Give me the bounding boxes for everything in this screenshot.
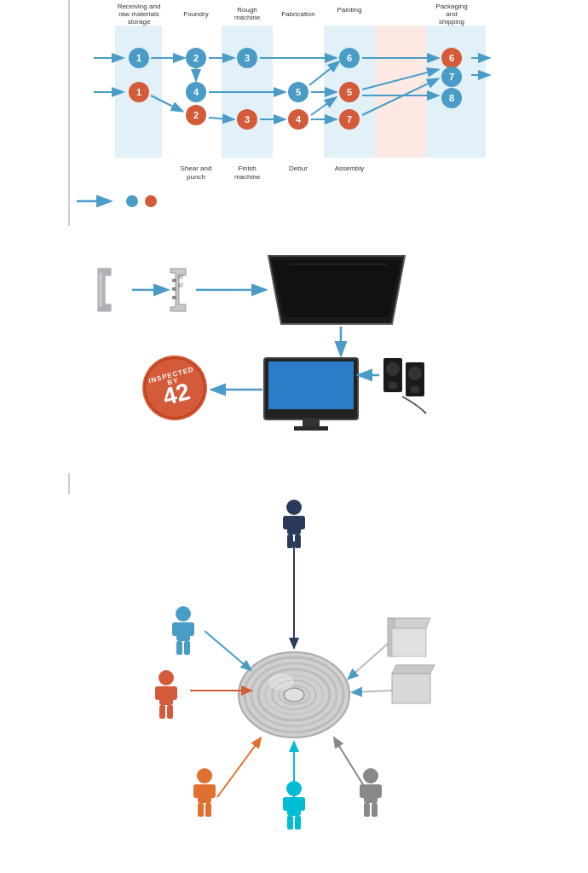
- svg-rect-100: [408, 367, 422, 380]
- svg-text:1: 1: [136, 53, 141, 63]
- svg-text:5: 5: [347, 87, 352, 97]
- svg-rect-144: [193, 784, 200, 798]
- svg-marker-162: [392, 628, 426, 656]
- svg-rect-127: [298, 516, 305, 529]
- svg-rect-147: [205, 803, 211, 817]
- svg-marker-164: [392, 665, 435, 674]
- svg-point-154: [363, 768, 378, 783]
- svg-rect-138: [155, 686, 162, 700]
- svg-rect-92: [303, 419, 320, 426]
- assembly-section: /// ///: [0, 226, 588, 473]
- svg-text:8: 8: [449, 93, 454, 103]
- svg-rect-158: [364, 803, 370, 817]
- svg-text:3: 3: [245, 53, 250, 63]
- svg-line-119: [354, 691, 392, 692]
- assembly-svg: /// ///: [0, 226, 588, 473]
- flow-diagram: Receiving and raw materials storage Foun…: [72, 0, 584, 188]
- svg-text:and: and: [446, 10, 457, 18]
- svg-text:Rough: Rough: [237, 6, 257, 14]
- svg-point-148: [286, 781, 302, 796]
- svg-text:Fabrication: Fabrication: [281, 10, 315, 18]
- svg-rect-129: [295, 535, 301, 548]
- svg-text:4: 4: [296, 114, 302, 124]
- svg-line-118: [349, 644, 388, 678]
- svg-rect-5: [375, 26, 426, 158]
- svg-marker-87: [273, 260, 401, 317]
- svg-text:Packaging: Packaging: [435, 3, 467, 10]
- svg-rect-153: [295, 816, 301, 830]
- svg-rect-97: [386, 362, 400, 376]
- person-dark-top: [283, 500, 305, 548]
- svg-text:4: 4: [193, 87, 199, 97]
- legend: [77, 194, 157, 208]
- svg-text:punch: punch: [187, 173, 205, 181]
- person-orange-bottomleft: [193, 768, 216, 817]
- svg-text:///: ///: [178, 282, 183, 288]
- people-svg: [0, 494, 588, 873]
- flow-diagram-svg: Receiving and raw materials storage Foun…: [72, 0, 584, 188]
- svg-rect-156: [360, 784, 366, 798]
- svg-text:machine: machine: [234, 173, 261, 181]
- svg-rect-81: [172, 287, 176, 291]
- svg-rect-101: [411, 386, 419, 393]
- svg-rect-140: [159, 705, 165, 719]
- svg-text:Debur: Debur: [289, 165, 308, 172]
- svg-text:Shear and: Shear and: [181, 165, 212, 172]
- svg-text:///: ///: [178, 274, 183, 280]
- svg-text:1: 1: [136, 87, 141, 97]
- svg-text:Painting: Painting: [337, 6, 362, 14]
- svg-rect-98: [389, 382, 397, 389]
- svg-text:storage: storage: [128, 18, 151, 26]
- svg-point-142: [197, 768, 212, 783]
- svg-rect-159: [372, 803, 378, 817]
- svg-rect-134: [176, 641, 182, 655]
- svg-rect-157: [375, 784, 382, 798]
- svg-rect-126: [283, 516, 290, 529]
- svg-point-114: [284, 688, 304, 702]
- svg-text:6: 6: [449, 53, 454, 63]
- svg-rect-135: [184, 641, 190, 655]
- svg-rect-151: [298, 797, 305, 811]
- svg-point-136: [159, 670, 174, 685]
- svg-text:7: 7: [347, 114, 352, 124]
- svg-rect-91: [268, 361, 354, 409]
- svg-point-130: [176, 606, 191, 622]
- people-diagram-section: [0, 494, 588, 873]
- svg-line-117: [205, 631, 250, 669]
- svg-rect-146: [198, 803, 204, 817]
- svg-text:3: 3: [245, 114, 250, 124]
- svg-rect-93: [294, 426, 328, 431]
- svg-rect-133: [187, 622, 194, 636]
- svg-rect-141: [167, 705, 173, 719]
- legend-arrow-svg: [77, 194, 119, 208]
- svg-text:2: 2: [193, 110, 199, 120]
- svg-text:2: 2: [193, 53, 199, 63]
- svg-rect-82: [172, 296, 176, 299]
- svg-rect-152: [287, 816, 293, 830]
- svg-text:shipping: shipping: [439, 18, 464, 26]
- svg-text:Receiving and: Receiving and: [118, 3, 161, 10]
- person-red-left: [155, 670, 177, 719]
- flow-diagram-section: Receiving and raw materials storage Foun…: [0, 0, 588, 196]
- svg-text:6: 6: [347, 53, 352, 63]
- svg-text:machine: machine: [234, 14, 261, 21]
- person-cyan-bottom: [283, 781, 305, 830]
- svg-text:5: 5: [296, 87, 301, 97]
- svg-rect-150: [283, 797, 290, 811]
- legend-blue-dot: [126, 195, 138, 207]
- svg-rect-132: [172, 622, 179, 636]
- person-gray-bottomright: [360, 768, 382, 817]
- svg-text:Finish: Finish: [238, 165, 256, 172]
- svg-point-124: [286, 500, 302, 515]
- svg-text:Foundry: Foundry: [183, 10, 208, 18]
- legend-red-dot: [145, 195, 157, 207]
- svg-point-115: [268, 674, 294, 691]
- svg-text:raw materials: raw materials: [118, 10, 159, 18]
- person-blue-left: [172, 606, 194, 655]
- svg-line-121: [217, 739, 260, 797]
- svg-text:7: 7: [449, 72, 454, 82]
- svg-marker-163: [392, 674, 430, 703]
- svg-rect-139: [170, 686, 177, 700]
- svg-rect-80: [172, 279, 176, 282]
- svg-rect-128: [287, 535, 293, 548]
